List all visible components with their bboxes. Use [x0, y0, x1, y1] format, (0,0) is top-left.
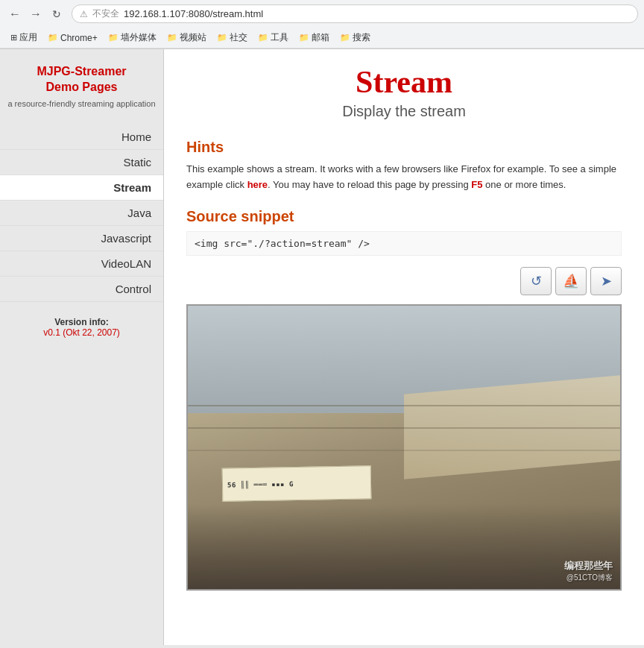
- refresh-stream-button[interactable]: ↺: [520, 267, 552, 295]
- sidebar-version: Version info: v0.1 (Okt 22, 2007): [0, 317, 163, 338]
- bookmark-tools-label: 工具: [271, 31, 288, 44]
- sidebar-nav: Home Static Stream Java Javascript Video…: [0, 125, 163, 302]
- refresh-icon: ↺: [531, 273, 542, 289]
- page-title: Stream: [186, 64, 622, 100]
- brand-line2: Demo Pages: [45, 81, 117, 93]
- folder-icon-7: 📁: [340, 33, 350, 43]
- action-buttons: ↺ ⛵ ➤: [186, 267, 622, 295]
- box-label-text: 56 ║║ ═══ ▪▪▪ G: [227, 480, 294, 489]
- f5-key: F5: [471, 179, 482, 190]
- send-icon: ➤: [601, 273, 612, 289]
- bookmark-social-label: 社交: [230, 31, 247, 44]
- folder-icon-6: 📁: [299, 33, 309, 43]
- brand-subtitle: a resource-friendly streaming applicatio…: [7, 98, 156, 110]
- bookmark-search[interactable]: 📁 搜索: [335, 30, 375, 45]
- sidebar-item-static[interactable]: Static: [0, 150, 163, 175]
- sidebar-brand: MJPG-Streamer Demo Pages a resource-frie…: [0, 57, 163, 121]
- folder-icon-3: 📁: [167, 33, 177, 43]
- main-content: Stream Display the stream Hints This exa…: [164, 49, 644, 645]
- brand-title: MJPG-Streamer Demo Pages: [7, 64, 156, 95]
- bookmark-apps[interactable]: ⊞ 应用: [6, 30, 42, 45]
- watermark-sub: @51CTO博客: [564, 573, 613, 583]
- send-button[interactable]: ➤: [590, 267, 622, 295]
- address-bar[interactable]: ⚠ 不安全 192.168.1.107:8080/stream.html: [72, 4, 638, 23]
- hints-heading: Hints: [186, 139, 622, 156]
- bookmark-video-label: 视频站: [180, 31, 206, 44]
- folder-icon-2: 📁: [108, 33, 119, 43]
- source-section: Source snippet <img src="./?action=strea…: [186, 208, 622, 256]
- bookmark-chrome-plus-label: Chrome+: [60, 33, 98, 43]
- bookmarks-bar: ⊞ 应用 📁 Chrome+ 📁 墙外媒体 📁 视频站 📁 社交 📁 工具 📁 …: [0, 28, 644, 48]
- insecure-label: 不安全: [92, 7, 119, 20]
- address-text: 192.168.1.107:8080/stream.html: [124, 8, 263, 19]
- brand-line1: MJPG-Streamer: [37, 65, 126, 78]
- stream-image: 56 ║║ ═══ ▪▪▪ G 编程那些年 @51CTO博客: [188, 306, 620, 589]
- box-label: 56 ║║ ═══ ▪▪▪ G: [222, 465, 372, 501]
- sidebar-item-javascript[interactable]: Javascript: [0, 226, 163, 251]
- bookmark-video[interactable]: 📁 视频站: [162, 30, 211, 45]
- version-value: v0.1 (Okt 22, 2007): [7, 327, 156, 338]
- folder-icon-1: 📁: [48, 33, 58, 43]
- sidebar-item-home[interactable]: Home: [0, 125, 163, 150]
- bookmark-media-label: 墙外媒体: [121, 31, 157, 44]
- refresh-button[interactable]: ↻: [48, 5, 66, 23]
- bookmark-chrome-plus[interactable]: 📁 Chrome+: [43, 31, 102, 45]
- bookmark-apps-label: 应用: [19, 31, 37, 44]
- bookmark-media[interactable]: 📁 墙外媒体: [104, 30, 161, 45]
- content-inner: Stream Display the stream Hints This exa…: [164, 49, 644, 613]
- bookmark-search-label: 搜索: [353, 31, 370, 44]
- folder-icon-5: 📁: [258, 33, 268, 43]
- sidebar-item-stream[interactable]: Stream: [0, 175, 163, 201]
- source-heading: Source snippet: [186, 208, 622, 225]
- back-button[interactable]: ←: [6, 5, 24, 23]
- browser-toolbar: ← → ↻ ⚠ 不安全 192.168.1.107:8080/stream.ht…: [0, 0, 644, 28]
- sailboat-icon: ⛵: [563, 273, 579, 289]
- nav-buttons: ← → ↻: [6, 5, 66, 23]
- folder-icon-4: 📁: [217, 33, 227, 43]
- bookmark-tools[interactable]: 📁 工具: [253, 30, 293, 45]
- sidebar-item-java[interactable]: Java: [0, 201, 163, 226]
- sidebar-item-control[interactable]: Control: [0, 277, 163, 302]
- browser-chrome: ← → ↻ ⚠ 不安全 192.168.1.107:8080/stream.ht…: [0, 0, 644, 49]
- page-container: MJPG-Streamer Demo Pages a resource-frie…: [0, 49, 644, 645]
- code-snippet: <img src="./?action=stream" />: [186, 231, 622, 256]
- sailboat-button[interactable]: ⛵: [555, 267, 587, 295]
- hints-text: This example shows a stream. It works wi…: [186, 162, 622, 193]
- apps-icon: ⊞: [10, 33, 17, 43]
- bookmark-social[interactable]: 📁 社交: [212, 30, 252, 45]
- watermark: 编程那些年 @51CTO博客: [564, 559, 613, 583]
- page-subtitle: Display the stream: [186, 103, 622, 120]
- version-label: Version info:: [7, 317, 156, 327]
- stream-container: 56 ║║ ═══ ▪▪▪ G 编程那些年 @51CTO博客: [186, 304, 622, 591]
- sidebar-item-videolan[interactable]: VideoLAN: [0, 251, 163, 277]
- bookmark-email[interactable]: 📁 邮箱: [294, 30, 334, 45]
- sidebar: MJPG-Streamer Demo Pages a resource-frie…: [0, 49, 164, 645]
- forward-button[interactable]: →: [27, 5, 45, 23]
- insecure-icon: ⚠: [80, 9, 88, 19]
- watermark-main: 编程那些年: [564, 559, 613, 573]
- here-link[interactable]: here: [247, 179, 268, 190]
- bookmark-email-label: 邮箱: [312, 31, 329, 44]
